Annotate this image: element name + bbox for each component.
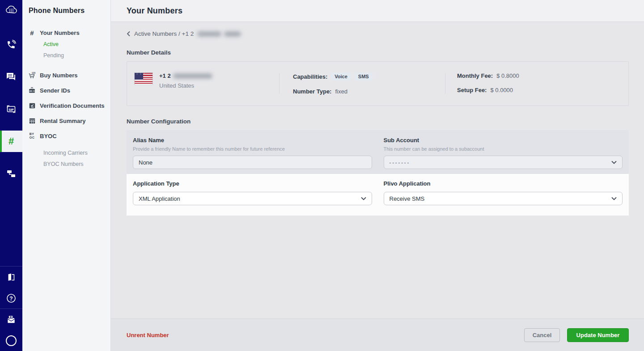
sidebar-item-sender-ids[interactable]: AB-12 Sender IDs xyxy=(22,83,110,98)
number-type-row: Number Type: fixed xyxy=(293,88,445,95)
config-row-2: Application Type XML Application Plivo A… xyxy=(127,174,629,216)
breadcrumb-text: Active Numbers / +1 2 xyxy=(134,30,194,37)
docs-icon[interactable] xyxy=(0,266,22,288)
action-footer: Unrent Number Cancel Update Number xyxy=(111,318,644,351)
page-header: Your Numbers xyxy=(111,0,644,22)
redacted-number-part xyxy=(197,31,221,37)
sidebar-item-byoc[interactable]: BYOC BYOC xyxy=(22,128,110,144)
sip-trunking-icon[interactable]: SIP xyxy=(0,98,22,120)
app-window: SIP # xyxy=(0,0,644,351)
help-icon[interactable]: ? xyxy=(0,288,22,309)
sidebar-item-byoc-numbers[interactable]: BYOC Numbers xyxy=(22,158,110,169)
sidebar-item-buy-numbers[interactable]: 123 Buy Numbers xyxy=(22,68,110,83)
table-icon xyxy=(28,118,36,124)
country-label: United States xyxy=(159,82,212,89)
sub-account-label: Sub Account xyxy=(384,137,623,144)
application-type-label: Application Type xyxy=(133,180,372,187)
capability-badge-sms: SMS xyxy=(355,72,373,80)
plivo-logo-icon[interactable] xyxy=(0,0,22,21)
svg-text:123: 123 xyxy=(30,106,34,108)
sidebar-item-rental-summary[interactable]: Rental Summary xyxy=(22,113,110,128)
rail-bottom-group: ? $ xyxy=(0,266,22,351)
redacted-number-part xyxy=(224,31,241,37)
phone-numbers-sidebar: Phone Numbers # Your Numbers Active Pend… xyxy=(22,0,111,351)
sidebar-item-pending[interactable]: Pending xyxy=(22,50,110,61)
primary-icon-rail: SIP # xyxy=(0,0,22,351)
capabilities-row: Capabilities: Voice SMS xyxy=(293,72,445,80)
chevron-down-icon xyxy=(611,197,617,200)
verification-doc-icon: 123 xyxy=(28,102,36,109)
messaging-icon[interactable] xyxy=(0,66,22,88)
sidebar-item-verification-documents[interactable]: 123 Verification Documents xyxy=(22,98,110,113)
capability-badge-voice: Voice xyxy=(331,72,351,80)
chevron-down-icon xyxy=(361,197,366,200)
account-avatar-icon[interactable] xyxy=(0,330,22,351)
page-content: Active Numbers / +1 2 Number Details +1 … xyxy=(111,22,644,318)
number-details-heading: Number Details xyxy=(127,49,629,56)
us-flag-icon xyxy=(134,72,153,85)
sub-account-select[interactable]: ------- xyxy=(384,156,623,169)
sidebar-title: Phone Numbers xyxy=(22,7,110,15)
billing-icon[interactable]: $ xyxy=(0,309,22,330)
sidebar-item-active[interactable]: Active xyxy=(22,38,110,50)
voice-calls-icon[interactable] xyxy=(0,34,22,55)
plivo-application-select[interactable]: Receive SMS xyxy=(384,192,623,205)
svg-text:SIP: SIP xyxy=(8,108,14,111)
cancel-button[interactable]: Cancel xyxy=(524,328,560,342)
monthly-fee-row: Monthly Fee: $ 0.8000 xyxy=(457,72,519,79)
sub-account-hint: This number can be assigned to a subacco… xyxy=(384,146,623,152)
application-type-select[interactable]: XML Application xyxy=(133,192,372,205)
phone-numbers-icon[interactable]: # xyxy=(0,131,22,152)
alias-name-label: Alias Name xyxy=(133,137,372,144)
byoc-icon: BYOC xyxy=(28,132,36,139)
update-number-button[interactable]: Update Number xyxy=(567,328,629,342)
svg-text:123: 123 xyxy=(32,72,36,74)
cart-icon: 123 xyxy=(28,72,36,79)
sidebar-item-your-numbers[interactable]: # Your Numbers xyxy=(22,27,110,38)
page-title: Your Numbers xyxy=(127,6,182,16)
alias-name-input[interactable] xyxy=(133,156,372,169)
main-panel: Your Numbers Active Numbers / +1 2 Numbe… xyxy=(111,0,644,351)
phone-number: +1 2 xyxy=(159,72,212,79)
number-details-card: +1 2 United States Capabilities: Voice S… xyxy=(127,61,629,106)
sidebar-item-incoming-carriers[interactable]: Incoming Carriers xyxy=(22,147,110,158)
chevron-down-icon xyxy=(611,161,617,164)
svg-text:?: ? xyxy=(9,295,13,301)
id-badge-icon: AB-12 xyxy=(28,87,36,94)
plivo-application-label: Plivo Application xyxy=(384,180,623,187)
svg-text:AB-12: AB-12 xyxy=(29,90,35,92)
breadcrumb[interactable]: Active Numbers / +1 2 xyxy=(127,30,629,37)
chevron-left-icon xyxy=(127,31,131,37)
hash-icon: # xyxy=(28,29,36,37)
number-configuration-heading: Number Configuration xyxy=(127,118,629,125)
redacted-number-part xyxy=(173,73,212,79)
workflow-icon[interactable] xyxy=(0,163,22,184)
config-row-1: Alias Name Provide a friendly Name to re… xyxy=(127,130,629,174)
unrent-number-link[interactable]: Unrent Number xyxy=(127,332,169,338)
alias-name-hint: Provide a friendly Name to remember this… xyxy=(133,146,372,152)
setup-fee-row: Setup Fee: $ 0.0000 xyxy=(457,87,519,93)
